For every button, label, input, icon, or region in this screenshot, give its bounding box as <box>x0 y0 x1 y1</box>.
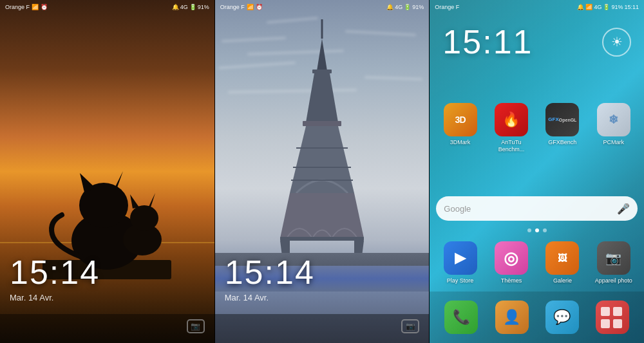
eiffel-tower <box>277 19 367 257</box>
app-icon-camera[interactable]: 📷 <box>597 241 630 275</box>
app-icon-3dmark[interactable]: 3D <box>444 103 477 136</box>
app-grid-row2: ▶ Play Store ◎ Thèmes 🖼 Galerie 📷 Appare… <box>430 241 644 284</box>
app-label-galerie: Galerie <box>553 277 572 284</box>
app-label-camera: Appareil photo <box>595 277 632 284</box>
status-bar-2: Orange F 📶 ⏰ 🔔 4G 🔋 91% <box>215 0 430 14</box>
app-themes[interactable]: ◎ Thèmes <box>488 241 535 284</box>
app-camera[interactable]: 📷 Appareil photo <box>590 241 638 284</box>
panel-1-lockscreen: Orange F 📶 ⏰ 🔔 4G 🔋 91% <box>0 0 214 343</box>
home-clock-area: 15:11 ☀ <box>430 23 644 61</box>
svg-marker-8 <box>149 193 155 207</box>
battery-pct-3: 91% <box>611 4 623 10</box>
status-left-1: Orange F 📶 ⏰ <box>5 4 48 10</box>
dock-messages[interactable]: 💬 <box>537 301 587 334</box>
lock-date-1: Mar. 14 Avr. <box>10 293 53 302</box>
battery-icon-1: 🔋 <box>189 4 196 10</box>
app-playstore[interactable]: ▶ Play Store <box>436 241 484 284</box>
app-label-themes: Thèmes <box>501 277 522 284</box>
app-pcmark[interactable]: ❄ PCMark <box>590 103 638 153</box>
svg-rect-13 <box>303 121 341 126</box>
panel-3-homescreen: Orange F 🔔 📶 4G 🔋 91% 15:11 15:11 ☀ 3D 3… <box>430 0 644 343</box>
app-gfxbench[interactable]: GFXOpenGL GFXBench <box>538 103 586 153</box>
lock-time-1: 15:14 <box>10 253 100 292</box>
dot-1[interactable] <box>527 228 531 232</box>
app-3dmark[interactable]: 3D 3DMark <box>436 103 484 153</box>
home-clock: 15:11 <box>442 23 533 61</box>
lock-time-2: 15:14 <box>225 253 315 292</box>
google-search-placeholder: Google <box>444 204 471 214</box>
dock-icon-multiapp[interactable] <box>596 301 629 334</box>
battery-icon-3: 🔋 <box>603 4 610 10</box>
carrier-1: Orange F <box>5 4 30 10</box>
battery-pct-2: 91% <box>412 4 424 10</box>
status-bar-1: Orange F 📶 ⏰ 🔔 4G 🔋 91% <box>0 0 214 14</box>
status-left-2: Orange F 📶 ⏰ <box>220 4 263 10</box>
svg-rect-16 <box>280 237 364 241</box>
wifi-icon-2: 📶 <box>247 4 254 10</box>
dock-icon-contacts[interactable]: 👤 <box>495 301 529 334</box>
wifi-icon: 📶 <box>32 4 39 10</box>
status-time-3: 15:11 <box>624 4 639 10</box>
bottom-dock: 📞 👤 💬 <box>430 292 644 343</box>
svg-marker-7 <box>130 194 139 209</box>
battery-icon-2: 🔋 <box>404 4 411 10</box>
app-label-playstore: Play Store <box>447 277 474 284</box>
carrier-3: Orange F <box>435 4 459 10</box>
network-3: 4G <box>594 4 601 10</box>
app-label-antutu: AnTuTu Benchm... <box>490 139 532 153</box>
dock-icon-phone[interactable]: 📞 <box>444 301 478 334</box>
dot-2[interactable] <box>535 228 539 232</box>
dot-3[interactable] <box>543 228 547 232</box>
app-grid-row1: 3D 3DMark 🔥 AnTuTu Benchm... GFXOpenGL G… <box>430 103 644 153</box>
status-right-1: 🔔 4G 🔋 91% <box>172 4 209 10</box>
page-indicator <box>430 228 644 232</box>
alarm-icon-3: 🔔 <box>577 4 584 10</box>
battery-pct-1: 91% <box>198 4 209 10</box>
wifi-icon-3: 📶 <box>585 4 592 10</box>
panel-2-lockscreen: Orange F 📶 ⏰ 🔔 4G 🔋 91% <box>215 0 430 343</box>
network-2: 4G <box>395 4 402 10</box>
signal-1: 🔔 <box>172 4 179 10</box>
app-icon-gfxbench[interactable]: GFXOpenGL <box>545 103 579 136</box>
slide-to-unlock-1[interactable] <box>0 314 214 343</box>
status-right-3: 🔔 📶 4G 🔋 91% 15:11 <box>577 4 639 10</box>
app-label-gfxbench: GFXBench <box>548 139 576 146</box>
status-right-2: 🔔 4G 🔋 91% <box>386 4 424 10</box>
mic-icon[interactable]: 🎤 <box>617 203 630 215</box>
dock-multiapp[interactable] <box>587 301 638 334</box>
dock-phone[interactable]: 📞 <box>436 301 486 334</box>
app-label-pcmark: PCMark <box>603 139 625 146</box>
svg-point-6 <box>130 205 158 231</box>
slide-to-unlock-2[interactable] <box>215 314 430 343</box>
app-icon-themes[interactable]: ◎ <box>495 241 528 275</box>
alarm-icon-2: ⏰ <box>256 4 263 10</box>
svg-marker-4 <box>115 171 123 189</box>
svg-rect-11 <box>312 70 332 73</box>
app-icon-playstore[interactable]: ▶ <box>444 241 477 275</box>
svg-marker-12 <box>306 73 338 122</box>
dock-contacts[interactable]: 👤 <box>487 301 537 334</box>
status-left-3: Orange F <box>435 4 459 10</box>
app-galerie[interactable]: 🖼 Galerie <box>538 241 586 284</box>
app-icon-pcmark[interactable]: ❄ <box>597 103 630 136</box>
weather-widget[interactable]: ☀ <box>602 28 631 57</box>
app-label-3dmark: 3DMark <box>450 139 471 146</box>
dock-icon-messages[interactable]: 💬 <box>545 301 579 334</box>
app-icon-galerie[interactable]: 🖼 <box>545 241 579 275</box>
svg-marker-14 <box>290 126 354 193</box>
app-icon-antutu[interactable]: 🔥 <box>495 103 528 136</box>
google-search-bar[interactable]: Google 🎤 <box>436 196 638 221</box>
signal-2: 🔔 <box>386 4 393 10</box>
status-bar-3: Orange F 🔔 📶 4G 🔋 91% 15:11 <box>430 0 644 14</box>
carrier-2: Orange F <box>220 4 245 10</box>
app-antutu[interactable]: 🔥 AnTuTu Benchm... <box>488 103 535 153</box>
svg-marker-10 <box>317 39 327 71</box>
alarm-icon: ⏰ <box>41 4 48 10</box>
network-1: 4G <box>180 4 188 10</box>
lock-date-2: Mar. 14 Avr. <box>225 293 269 302</box>
